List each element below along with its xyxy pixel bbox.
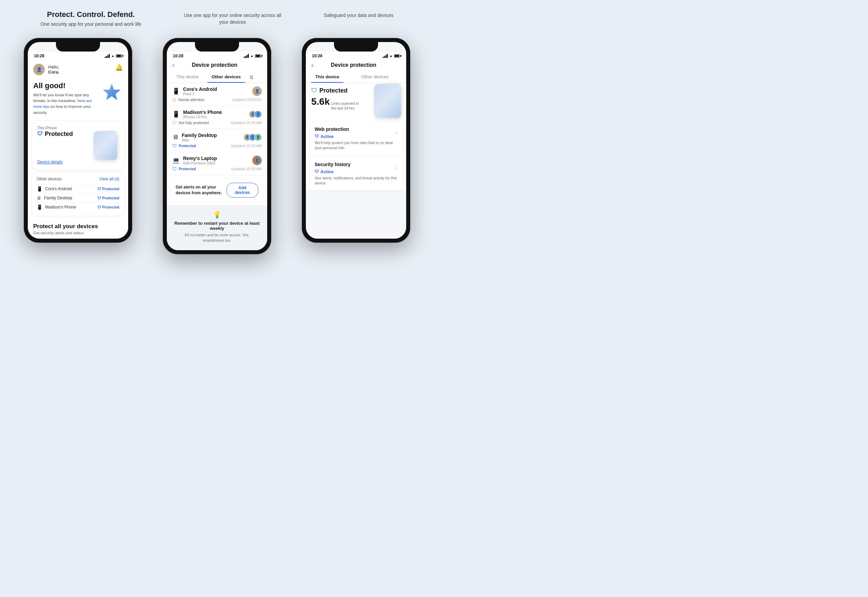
p3-web-protection[interactable]: Web protection 🛡 Active › We'll help pro… — [310, 122, 402, 155]
phone-1-time: 10:28 — [34, 53, 45, 58]
madison-phone-status: 🛡 Protected — [97, 205, 119, 209]
remys-laptop-dli-name: Remy's Laptop — [183, 156, 217, 161]
p1-allgood: All good! We'll let you know if we spot … — [28, 78, 128, 117]
madisons-phone-dli-name: Madison's Phone — [183, 110, 222, 115]
p3-links-count: 5.6k — [311, 96, 330, 107]
wifi-icon-3: ▲ — [389, 54, 392, 58]
madisons-phone-device-icon: 📱 — [172, 110, 180, 118]
chevron-right-icon-security: › — [396, 165, 397, 171]
family-desktop-dli-name: Family Desktop — [182, 132, 217, 138]
device-phone-image — [94, 131, 117, 160]
family-desktop-icon: 🖥 — [37, 195, 42, 201]
allgood-title: All good! — [33, 82, 101, 90]
device-row-2[interactable]: 🖥 Family Desktop 🛡 Protected — [37, 193, 119, 202]
p1-header-left: 👤 Hello, Cora. — [33, 64, 59, 75]
p3-security-history[interactable]: Security history 🛡 Active › See alerts, … — [310, 157, 402, 190]
p1-device-card: This iPhone 🛡 Protected Device details — [32, 121, 124, 169]
remys-laptop-dli-model: Dell Precision 5820 — [183, 161, 217, 165]
p3-tab-this-device[interactable]: This device — [311, 71, 343, 83]
add-devices-button[interactable]: Add devices — [226, 183, 259, 198]
nav-back-button[interactable]: ‹ — [172, 62, 174, 69]
not-fully-protected-text: Not fully protected — [179, 121, 209, 125]
updated-text-1: Updated 09/14/21 — [232, 98, 262, 102]
protected-text-3: Protected — [179, 144, 196, 148]
allgood-link[interactable]: here are more tips — [33, 99, 92, 108]
family-desktop-name: Family Desktop — [44, 196, 72, 200]
dli-madisons-phone[interactable]: 📱 Madison's Phone iPhone 13 Pro 👤 👤 — [167, 106, 267, 129]
p3-security-active-text: Active — [320, 169, 334, 174]
phone-2-notch — [195, 42, 239, 52]
phone-1-status-bar: 10:28 ▲ — [28, 52, 128, 60]
allgood-text: We'll let you know if we spot any threat… — [33, 92, 94, 116]
p3-nav-back-button[interactable]: ‹ — [311, 62, 313, 69]
header-title-3: Safeguard your data and devices — [324, 12, 393, 19]
p3-security-desc: See alerts, notifications, and threat ac… — [315, 175, 397, 186]
battery-icon-3 — [394, 54, 400, 58]
phone-1: 10:28 ▲ � — [24, 38, 132, 243]
p3-web-active-text: Active — [320, 134, 334, 139]
madisons-phone-status: 🛡 Not fully protected Updated 10:28 AM — [172, 120, 262, 125]
signal-icon-3 — [383, 54, 388, 58]
p3-protected-area: 🛡 Protected 5.6k Links scanned in the la… — [306, 83, 406, 120]
p1-greeting: Hello, Cora. — [48, 64, 59, 74]
tip-text: It'll run better and be more secure. Yes… — [174, 232, 260, 244]
p1-hello: Hello, — [48, 64, 59, 70]
phone-2-content: ‹ Device protection This device Other de… — [167, 60, 267, 250]
shield-active-icon-2: 🛡 — [315, 169, 319, 174]
shield-icon: 🛡 — [37, 131, 43, 137]
p2-nav: ‹ Device protection — [167, 60, 267, 71]
p2-tabs: This device Other devices ⇅ — [167, 71, 267, 83]
other-devices-label: Other devices — [37, 177, 62, 181]
p3-web-desc: We'll help protect you from sites that t… — [315, 140, 397, 151]
p1-header: 👤 Hello, Cora. 🔔 — [28, 60, 128, 78]
needs-attention-text: Needs attention — [178, 98, 204, 102]
remys-laptop-avatar: 👤 — [252, 156, 262, 165]
device-details-link[interactable]: Device details — [37, 160, 119, 165]
device-row-3[interactable]: 📱 Madison's Phone 🛡 Protected — [37, 202, 119, 212]
shield-blue-icon-4: 🛡 — [172, 166, 177, 172]
p3-links-row: 5.6k Links scanned in the last 24 hrs — [311, 96, 362, 111]
phone-2-status-bar: 10:28 ▲ — [167, 52, 267, 60]
device-status-text: Protected — [45, 131, 73, 138]
phone-1-content: 👤 Hello, Cora. 🔔 All good! We'll let you… — [28, 60, 128, 237]
updated-text-3: Updated 10:28 AM — [231, 144, 262, 148]
shield-blue-icon-3: 🛡 — [172, 143, 177, 149]
p3-protected-label: Protected — [320, 87, 348, 94]
family-desktop-status: 🛡 Protected Updated 10:28 AM — [172, 143, 262, 149]
tab-this-device[interactable]: This device — [172, 71, 203, 83]
family-desktop-avatars: 👤 👤 👤 — [244, 134, 262, 141]
sort-icon[interactable]: ⇅ — [250, 74, 254, 83]
phone-1-notch — [56, 42, 100, 52]
phone-1-status-icons: ▲ — [105, 54, 122, 58]
dli-remys-laptop[interactable]: 💻 Remy's Laptop Dell Precision 5820 👤 🛡 … — [167, 152, 267, 175]
phone-2-time: 10:28 — [173, 53, 183, 58]
wifi-icon-2: ▲ — [250, 54, 254, 58]
p3-tab-other-devices[interactable]: Other devices — [357, 71, 392, 83]
bell-icon[interactable]: 🔔 — [115, 64, 123, 71]
family-desktop-device-icon: 🖥 — [172, 134, 178, 141]
dli-family-desktop[interactable]: 🖥 Family Desktop iMac 👤 👤 👤 — [167, 129, 267, 152]
madison-phone-icon: 📱 — [37, 205, 42, 210]
p1-other-devices: Other devices View all (4) 📱 Cora's Andr… — [32, 172, 124, 215]
protect-subtitle: Get security alerts and status — [33, 231, 123, 235]
p3-phone-image — [374, 83, 401, 118]
coras-android-dli-name: Cora's Android — [183, 86, 217, 92]
dli-coras-android[interactable]: 📱 Cora's Android Pixel 3 👤 ⚠ Needs at — [167, 83, 267, 106]
remys-laptop-device-icon: 💻 — [172, 157, 180, 164]
madisons-phone-avatars: 👤 👤 — [249, 110, 262, 118]
header-row: Protect. Control. Defend. One security a… — [13, 10, 421, 28]
device-label: This iPhone — [37, 126, 119, 130]
p2-tip: 💡 Remember to restart your device at lea… — [167, 205, 267, 250]
device-row-1[interactable]: 📱 Cora's Android 🛡 Protected — [37, 184, 119, 193]
signal-icon — [105, 54, 110, 58]
p3-security-history-title: Security history — [315, 162, 351, 167]
p1-protect-all: Protect all your devices Get security al… — [28, 218, 128, 237]
phone-3-status-bar: 10:28 ▲ — [306, 52, 406, 60]
view-all-link[interactable]: View all (4) — [100, 177, 119, 181]
p1-name: Cora. — [48, 70, 59, 74]
phone-3-status-icons: ▲ — [383, 54, 400, 58]
coras-android-device-icon: 📱 — [172, 88, 180, 95]
tab-other-devices[interactable]: Other devices — [208, 71, 245, 83]
p3-security-active: 🛡 Active — [315, 169, 351, 174]
p3-tabs: This device Other devices — [306, 71, 406, 83]
